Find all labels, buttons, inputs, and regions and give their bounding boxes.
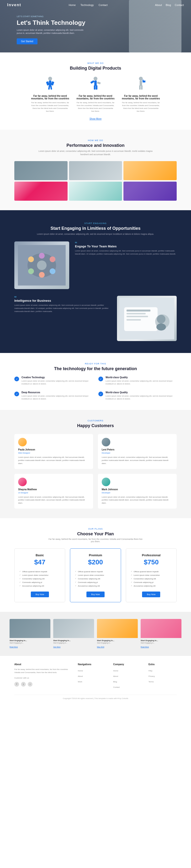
svg-rect-1 — [49, 81, 51, 86]
footer-extra-privacy[interactable]: Privacy — [148, 675, 155, 677]
footer-company-contact[interactable]: Contact — [113, 686, 120, 688]
pricing-feature-basic-3: Consectetur adipiscing elit — [19, 577, 60, 581]
testimonial-avatar-3 — [18, 477, 27, 486]
svg-rect-8 — [90, 80, 94, 84]
svg-rect-32 — [127, 319, 141, 320]
pricing-buy-premium[interactable]: Buy Now — [86, 592, 105, 597]
pricing-amount-professional: $750 — [131, 558, 172, 566]
nav-logo: Invent — [7, 3, 21, 7]
future-item4-title: World-class Quality — [106, 391, 177, 394]
nav-right-links: About Blog Contact — [155, 4, 184, 6]
engaging-num-1: 01 — [75, 241, 177, 244]
pricing-card-professional: Professional $750 Officia quaerat labore… — [126, 549, 177, 602]
gallery-link-3[interactable]: May 2019 — [97, 646, 104, 648]
instagram-icon[interactable]: i — [28, 682, 32, 687]
testimonials-title: Happy Customers — [14, 423, 177, 428]
nav-link-contact[interactable]: Contact — [99, 4, 108, 6]
pricing-section: OUR PLANS Choose Your Plan Far far away,… — [0, 518, 191, 612]
engaging-block1-text: Lorem ipsum dolor sit amet, consectetur … — [75, 250, 177, 256]
nav-right-blog[interactable]: Blog — [166, 4, 171, 6]
footer-extra-terms[interactable]: Terms — [148, 681, 154, 683]
gallery-sub-1: Start Engaging in... — [9, 642, 50, 644]
engaging-image-1 — [14, 241, 69, 289]
future-item3-title: Deep Resources — [22, 391, 93, 394]
footer-company-list: Home About Blog Contact — [113, 668, 141, 689]
pricing-buy-basic[interactable]: Buy Now — [31, 592, 49, 597]
photo-4 — [14, 182, 67, 201]
performance-tag: HOW WE DO — [14, 139, 177, 142]
testimonial-avatar-4 — [102, 477, 110, 486]
facebook-icon[interactable]: f — [14, 682, 19, 687]
footer-about-text: Far far away, behind the word mountains,… — [14, 668, 71, 674]
testimonial-card-2: Levi Peters Developer Lorem ipsum dolor … — [98, 434, 177, 469]
future-item-3: ✓ Deep Resources Lorem ipsum dolor sit a… — [14, 391, 93, 400]
engaging-block2-text: Lorem ipsum dolor sit amet, consectetur … — [14, 304, 111, 313]
future-item-1: ✓ Creative Technology Lorem ipsum dolor … — [14, 376, 93, 385]
svg-rect-7 — [94, 81, 97, 86]
footer-nav-home[interactable]: Home — [78, 670, 83, 672]
footer-nav-about[interactable]: About — [78, 675, 83, 677]
nav-right-contact[interactable]: Contact — [175, 4, 184, 6]
gallery-link-2[interactable]: See More — [53, 646, 60, 648]
copyright-text: Copyright ©2019 All rights reserved | Th… — [63, 698, 128, 700]
footer-extra-faq[interactable]: FAQ — [148, 670, 152, 672]
footer-nav-title: Navigations — [78, 663, 106, 665]
pricing-amount-basic: $47 — [19, 558, 60, 566]
gallery-label-4: Start Engaging in... — [141, 640, 182, 642]
testimonial-name-1: Paula Johnson — [18, 448, 89, 451]
nav-links: Home Technology Contact — [69, 4, 108, 6]
building-show-more-link[interactable]: Show More — [14, 118, 177, 120]
hero-title: Let's Think Technology — [17, 19, 85, 27]
photo-5 — [69, 182, 122, 201]
gallery-img-1 — [9, 619, 50, 638]
gallery-link-1[interactable]: Read More — [9, 646, 18, 648]
gallery-sub-4: Start Engaging in... — [141, 642, 182, 644]
building-item3-title: Far far away, behind the word mountains,… — [122, 95, 160, 100]
pricing-subtitle: Far far away, behind the word mountains,… — [48, 538, 143, 543]
testimonial-avatar-2 — [102, 438, 110, 446]
svg-rect-9 — [97, 82, 101, 84]
pricing-buy-professional[interactable]: Buy Now — [142, 592, 160, 597]
gallery-label-3: Start Engaging in... — [97, 640, 138, 642]
check-icon-3: ✓ — [16, 393, 18, 395]
engaging-block2-title: Intelligence for Business — [14, 299, 111, 303]
footer-extra-title: Extra — [148, 663, 177, 665]
gallery-label-1: Start Engaging in... — [9, 640, 50, 642]
future-item2-desc: Lorem ipsum dolor sit amet, consectetur … — [106, 380, 177, 385]
pricing-feature-basic-2: Lorem ipsum dolar consectetur — [19, 574, 60, 577]
engaging-top-grid: 01 Engage To Your Team Mates Lorem ipsum… — [14, 241, 177, 289]
footer-company-blog[interactable]: Blog — [113, 681, 117, 683]
future-section: READY FOR THIS The technology for the fu… — [0, 353, 191, 410]
footer-about-col: About Far far away, behind the word moun… — [14, 663, 71, 690]
nav-right-about[interactable]: About — [155, 4, 162, 6]
nav-link-technology[interactable]: Technology — [80, 4, 94, 6]
svg-rect-4 — [48, 85, 50, 90]
pricing-feature-pro-2: Lorem ipsum dolar consectetur — [131, 574, 172, 577]
engaging-tag: START ENGAGING — [14, 222, 177, 224]
gallery-item-1: Start Engaging in... Start Engaging in..… — [9, 619, 50, 649]
footer-nav-work[interactable]: Work — [78, 681, 82, 683]
testimonials-section: CUSTOMERS Happy Customers Paula Johnson … — [0, 410, 191, 518]
gallery-link-4[interactable]: Read More — [141, 646, 149, 648]
testimonials-tag: CUSTOMERS — [14, 420, 177, 422]
footer-company-about[interactable]: About — [113, 675, 118, 677]
footer-company-home[interactable]: Home — [113, 670, 118, 672]
footer-company-col: Company Home About Blog Contact — [113, 663, 141, 690]
pricing-features-basic: Officia quaerat labore impedit Lorem ips… — [19, 570, 60, 588]
engaging-block-2: 02 Intelligence for Business Lorem ipsum… — [14, 296, 111, 313]
future-item1-title: Creative Technology — [22, 376, 93, 379]
svg-rect-16 — [139, 85, 141, 90]
gallery-grid: Start Engaging in... Start Engaging in..… — [9, 619, 182, 649]
svg-rect-29 — [127, 310, 151, 311]
twitter-icon[interactable]: t — [21, 682, 26, 687]
testimonial-text-3: Lorem ipsum dolor sit amet, consectetur … — [18, 496, 89, 505]
photo-6 — [124, 182, 177, 201]
check-icon: ✓ — [16, 378, 18, 380]
testimonial-role-3: UI Designer — [18, 492, 89, 494]
hero-cta-button[interactable]: Get Started — [17, 38, 37, 44]
hero-subtitle: Lorem ipsum dolor sit amet, consectetur … — [17, 29, 84, 35]
nav-link-home[interactable]: Home — [69, 4, 76, 6]
gallery-item-3: Start Engaging in... Start Engaging in..… — [97, 619, 138, 649]
engaging-image-2 — [117, 296, 177, 341]
gallery-img-2 — [53, 619, 94, 638]
